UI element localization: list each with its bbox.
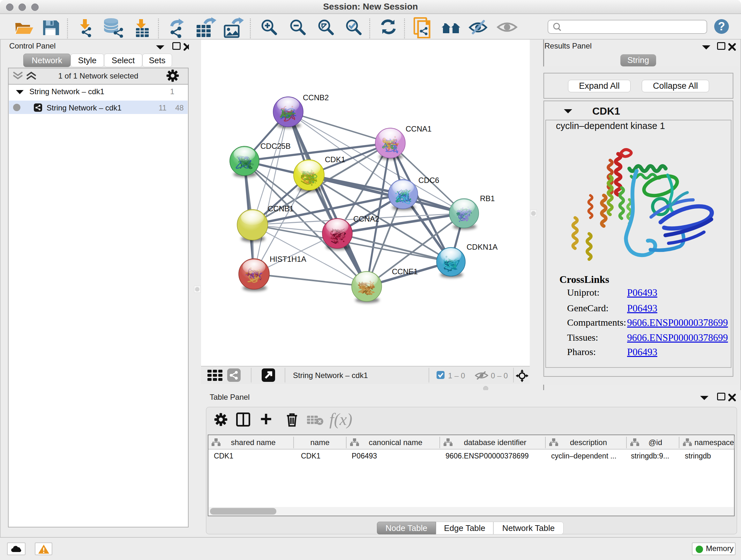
- svg-text:CCNA2: CCNA2: [353, 214, 379, 223]
- svg-text:HIST1H1A: HIST1H1A: [270, 255, 307, 263]
- svg-text:CDK1: CDK1: [325, 155, 345, 164]
- svg-text:CDC25B: CDC25B: [260, 142, 291, 150]
- svg-text:CDC6: CDC6: [418, 176, 439, 185]
- svg-text:CDKN1A: CDKN1A: [467, 243, 497, 251]
- svg-text:CCNA1: CCNA1: [406, 125, 431, 133]
- svg-text:CCNB1: CCNB1: [268, 204, 293, 213]
- svg-text:CCNB2: CCNB2: [303, 93, 329, 102]
- svg-text:CCNE1: CCNE1: [392, 267, 418, 276]
- svg-text:RB1: RB1: [480, 194, 495, 203]
